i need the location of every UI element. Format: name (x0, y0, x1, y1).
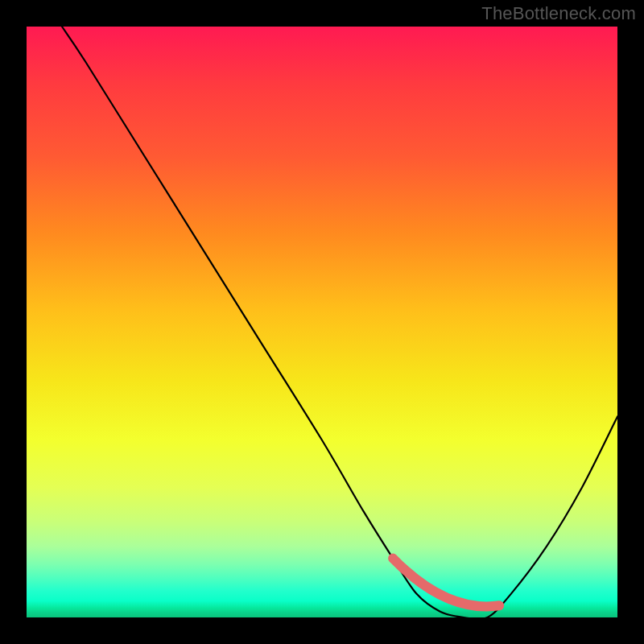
attribution-text: TheBottleneck.com (481, 3, 636, 24)
bottleneck-curve (62, 27, 617, 619)
curve-svg (27, 27, 617, 617)
chart-frame: TheBottleneck.com (0, 0, 644, 644)
plot-area (27, 27, 617, 617)
